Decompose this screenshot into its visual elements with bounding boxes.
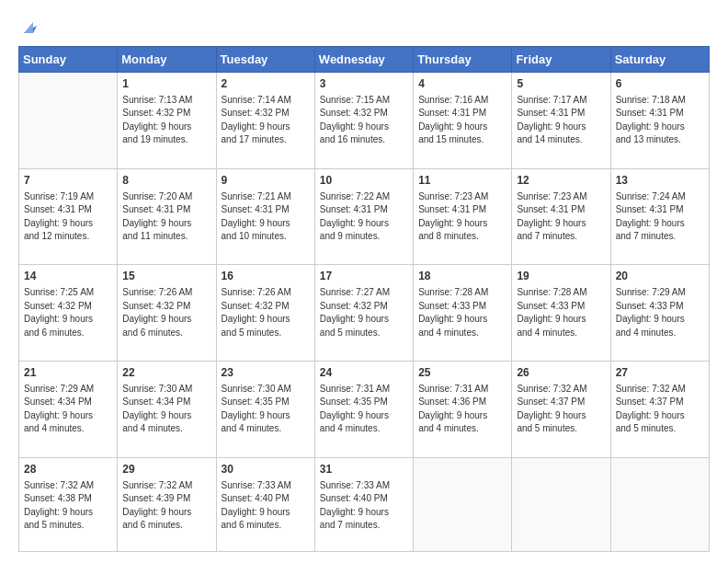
week-row-5: 28Sunrise: 7:32 AM Sunset: 4:38 PM Dayli… [19,457,710,551]
day-cell: 30Sunrise: 7:33 AM Sunset: 4:40 PM Dayli… [216,457,314,551]
day-cell: 4Sunrise: 7:16 AM Sunset: 4:31 PM Daylig… [414,73,512,169]
day-cell: 5Sunrise: 7:17 AM Sunset: 4:31 PM Daylig… [512,73,610,169]
day-number: 4 [418,76,506,92]
day-cell: 18Sunrise: 7:28 AM Sunset: 4:33 PM Dayli… [414,265,512,362]
day-info: Sunrise: 7:31 AM Sunset: 4:36 PM Dayligh… [418,383,506,436]
day-info: Sunrise: 7:23 AM Sunset: 4:31 PM Dayligh… [418,190,506,244]
day-info: Sunrise: 7:28 AM Sunset: 4:33 PM Dayligh… [517,286,605,339]
day-number: 17 [320,269,408,284]
day-cell: 16Sunrise: 7:26 AM Sunset: 4:32 PM Dayli… [216,265,314,362]
day-number: 10 [320,173,408,189]
header [18,17,710,37]
day-cell: 23Sunrise: 7:30 AM Sunset: 4:35 PM Dayli… [216,362,314,458]
day-number: 29 [122,462,210,477]
day-info: Sunrise: 7:19 AM Sunset: 4:31 PM Dayligh… [24,190,112,244]
day-info: Sunrise: 7:20 AM Sunset: 4:31 PM Dayligh… [122,190,210,244]
day-cell: 3Sunrise: 7:15 AM Sunset: 4:32 PM Daylig… [314,73,413,169]
day-number: 9 [222,173,310,189]
day-cell: 26Sunrise: 7:32 AM Sunset: 4:37 PM Dayli… [512,362,610,458]
day-cell: 29Sunrise: 7:32 AM Sunset: 4:39 PM Dayli… [118,457,216,551]
day-cell: 2Sunrise: 7:14 AM Sunset: 4:32 PM Daylig… [216,73,314,169]
day-number: 8 [122,173,210,189]
day-number: 18 [418,269,506,284]
day-info: Sunrise: 7:32 AM Sunset: 4:38 PM Dayligh… [24,479,112,533]
logo [18,17,40,37]
day-number: 12 [517,173,605,189]
day-cell: 25Sunrise: 7:31 AM Sunset: 4:36 PM Dayli… [414,362,512,458]
calendar-table: SundayMondayTuesdayWednesdayThursdayFrid… [18,46,710,552]
col-header-monday: Monday [118,47,216,73]
day-info: Sunrise: 7:32 AM Sunset: 4:37 PM Dayligh… [616,383,704,436]
day-info: Sunrise: 7:26 AM Sunset: 4:32 PM Dayligh… [122,286,210,339]
day-cell: 17Sunrise: 7:27 AM Sunset: 4:32 PM Dayli… [314,265,413,362]
day-info: Sunrise: 7:23 AM Sunset: 4:31 PM Dayligh… [517,190,605,244]
day-cell: 28Sunrise: 7:32 AM Sunset: 4:38 PM Dayli… [19,457,118,551]
day-info: Sunrise: 7:15 AM Sunset: 4:32 PM Dayligh… [320,94,408,147]
day-info: Sunrise: 7:33 AM Sunset: 4:40 PM Dayligh… [222,479,310,533]
day-cell: 13Sunrise: 7:24 AM Sunset: 4:31 PM Dayli… [610,168,709,265]
day-cell: 7Sunrise: 7:19 AM Sunset: 4:31 PM Daylig… [19,168,118,265]
header-row: SundayMondayTuesdayWednesdayThursdayFrid… [19,47,710,73]
col-header-friday: Friday [512,47,610,73]
day-cell [19,73,118,169]
day-info: Sunrise: 7:13 AM Sunset: 4:32 PM Dayligh… [122,94,210,147]
day-number: 27 [616,365,704,381]
day-number: 1 [122,76,210,92]
day-info: Sunrise: 7:32 AM Sunset: 4:39 PM Dayligh… [122,479,210,533]
day-number: 2 [222,76,310,92]
day-number: 13 [616,173,704,189]
day-number: 24 [320,365,408,381]
week-row-4: 21Sunrise: 7:29 AM Sunset: 4:34 PM Dayli… [19,362,710,458]
day-info: Sunrise: 7:17 AM Sunset: 4:31 PM Dayligh… [517,94,605,147]
day-number: 22 [122,365,210,381]
day-cell: 14Sunrise: 7:25 AM Sunset: 4:32 PM Dayli… [19,265,118,362]
day-cell: 20Sunrise: 7:29 AM Sunset: 4:33 PM Dayli… [610,265,709,362]
day-info: Sunrise: 7:22 AM Sunset: 4:31 PM Dayligh… [320,190,408,244]
day-cell [414,457,512,551]
day-cell: 24Sunrise: 7:31 AM Sunset: 4:35 PM Dayli… [314,362,413,458]
week-row-3: 14Sunrise: 7:25 AM Sunset: 4:32 PM Dayli… [19,265,710,362]
day-number: 15 [122,269,210,284]
day-cell: 6Sunrise: 7:18 AM Sunset: 4:31 PM Daylig… [610,73,709,169]
page: SundayMondayTuesdayWednesdayThursdayFrid… [0,0,728,563]
col-header-thursday: Thursday [414,47,512,73]
day-cell: 31Sunrise: 7:33 AM Sunset: 4:40 PM Dayli… [314,457,413,551]
col-header-wednesday: Wednesday [314,47,413,73]
day-info: Sunrise: 7:29 AM Sunset: 4:34 PM Dayligh… [24,383,112,436]
day-cell: 22Sunrise: 7:30 AM Sunset: 4:34 PM Dayli… [118,362,216,458]
day-info: Sunrise: 7:24 AM Sunset: 4:31 PM Dayligh… [616,190,704,244]
day-cell: 1Sunrise: 7:13 AM Sunset: 4:32 PM Daylig… [118,73,216,169]
day-info: Sunrise: 7:28 AM Sunset: 4:33 PM Dayligh… [418,286,506,339]
svg-marker-1 [24,22,33,33]
day-info: Sunrise: 7:31 AM Sunset: 4:35 PM Dayligh… [320,383,408,436]
day-number: 11 [418,173,506,189]
day-info: Sunrise: 7:26 AM Sunset: 4:32 PM Dayligh… [222,286,310,339]
day-number: 26 [517,365,605,381]
day-cell [512,457,610,551]
day-info: Sunrise: 7:25 AM Sunset: 4:32 PM Dayligh… [24,286,112,339]
day-cell: 27Sunrise: 7:32 AM Sunset: 4:37 PM Dayli… [610,362,709,458]
day-info: Sunrise: 7:32 AM Sunset: 4:37 PM Dayligh… [517,383,605,436]
day-info: Sunrise: 7:30 AM Sunset: 4:35 PM Dayligh… [222,383,310,436]
day-number: 16 [222,269,310,284]
day-number: 5 [517,76,605,92]
day-cell: 15Sunrise: 7:26 AM Sunset: 4:32 PM Dayli… [118,265,216,362]
day-cell: 12Sunrise: 7:23 AM Sunset: 4:31 PM Dayli… [512,168,610,265]
day-cell: 19Sunrise: 7:28 AM Sunset: 4:33 PM Dayli… [512,265,610,362]
day-number: 7 [24,173,112,189]
day-info: Sunrise: 7:29 AM Sunset: 4:33 PM Dayligh… [616,286,704,339]
logo-icon [20,17,40,37]
day-info: Sunrise: 7:30 AM Sunset: 4:34 PM Dayligh… [122,383,210,436]
day-cell: 10Sunrise: 7:22 AM Sunset: 4:31 PM Dayli… [314,168,413,265]
col-header-sunday: Sunday [19,47,118,73]
day-info: Sunrise: 7:27 AM Sunset: 4:32 PM Dayligh… [320,286,408,339]
col-header-tuesday: Tuesday [216,47,314,73]
day-info: Sunrise: 7:33 AM Sunset: 4:40 PM Dayligh… [320,479,408,533]
week-row-2: 7Sunrise: 7:19 AM Sunset: 4:31 PM Daylig… [19,168,710,265]
day-info: Sunrise: 7:18 AM Sunset: 4:31 PM Dayligh… [616,94,704,147]
day-number: 31 [320,462,408,477]
day-number: 23 [222,365,310,381]
day-number: 19 [517,269,605,284]
day-cell: 21Sunrise: 7:29 AM Sunset: 4:34 PM Dayli… [19,362,118,458]
day-number: 25 [418,365,506,381]
